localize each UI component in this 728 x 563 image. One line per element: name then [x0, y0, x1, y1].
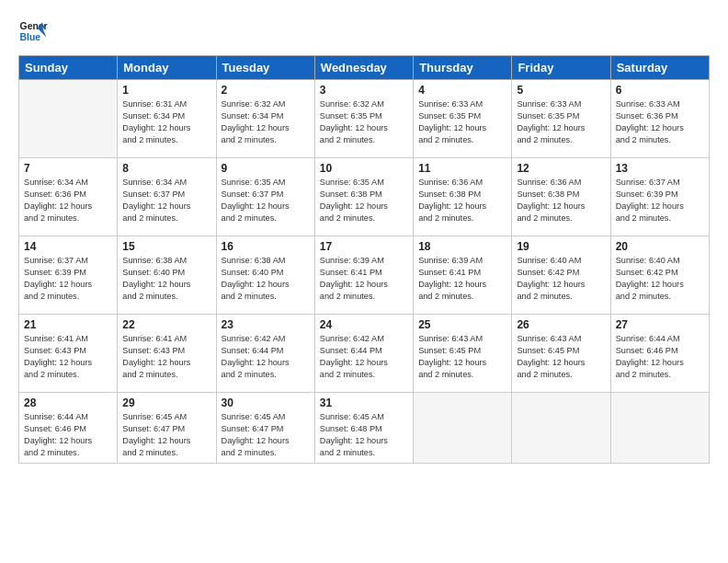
cell-info: Sunrise: 6:42 AMSunset: 6:44 PMDaylight:…: [320, 334, 388, 379]
day-number: 9: [222, 162, 310, 175]
day-number: 3: [320, 84, 408, 97]
calendar-cell: 10 Sunrise: 6:35 AMSunset: 6:38 PMDaylig…: [314, 158, 413, 236]
day-number: 12: [517, 162, 605, 175]
cell-info: Sunrise: 6:36 AMSunset: 6:38 PMDaylight:…: [517, 178, 585, 223]
cell-info: Sunrise: 6:37 AMSunset: 6:39 PMDaylight:…: [616, 178, 684, 223]
calendar-cell: 2 Sunrise: 6:32 AMSunset: 6:34 PMDayligh…: [216, 80, 314, 158]
calendar-cell: 23 Sunrise: 6:42 AMSunset: 6:44 PMDaylig…: [216, 315, 314, 393]
cell-info: Sunrise: 6:33 AMSunset: 6:35 PMDaylight:…: [517, 99, 585, 144]
cell-info: Sunrise: 6:32 AMSunset: 6:35 PMDaylight:…: [320, 99, 388, 144]
cell-info: Sunrise: 6:40 AMSunset: 6:42 PMDaylight:…: [517, 256, 585, 301]
logo-icon: General Blue: [18, 17, 48, 46]
cell-info: Sunrise: 6:42 AMSunset: 6:44 PMDaylight:…: [222, 334, 290, 379]
calendar-header-saturday: Saturday: [610, 56, 709, 80]
calendar-week-row: 21 Sunrise: 6:41 AMSunset: 6:43 PMDaylig…: [19, 315, 710, 393]
calendar-week-row: 14 Sunrise: 6:37 AMSunset: 6:39 PMDaylig…: [19, 236, 710, 315]
day-number: 23: [222, 318, 310, 331]
cell-info: Sunrise: 6:35 AMSunset: 6:38 PMDaylight:…: [320, 178, 388, 223]
cell-info: Sunrise: 6:39 AMSunset: 6:41 PMDaylight:…: [418, 256, 486, 301]
calendar-header-friday: Friday: [512, 56, 610, 80]
day-number: 11: [418, 162, 506, 175]
header: General Blue: [18, 17, 710, 46]
day-number: 18: [418, 240, 506, 253]
calendar-cell: 19 Sunrise: 6:40 AMSunset: 6:42 PMDaylig…: [512, 236, 610, 315]
cell-info: Sunrise: 6:41 AMSunset: 6:43 PMDaylight:…: [122, 334, 190, 379]
calendar-cell: 8 Sunrise: 6:34 AMSunset: 6:37 PMDayligh…: [118, 158, 216, 236]
calendar-page: General Blue SundayMondayTuesdayWednesda…: [0, 0, 728, 563]
calendar-cell: 29 Sunrise: 6:45 AMSunset: 6:47 PMDaylig…: [118, 393, 216, 464]
cell-info: Sunrise: 6:32 AMSunset: 6:34 PMDaylight:…: [222, 99, 290, 144]
calendar-table: SundayMondayTuesdayWednesdayThursdayFrid…: [18, 55, 710, 464]
logo: General Blue: [18, 17, 48, 46]
calendar-header-tuesday: Tuesday: [216, 56, 314, 80]
cell-info: Sunrise: 6:38 AMSunset: 6:40 PMDaylight:…: [222, 256, 290, 301]
calendar-week-row: 7 Sunrise: 6:34 AMSunset: 6:36 PMDayligh…: [19, 158, 710, 236]
calendar-cell: 5 Sunrise: 6:33 AMSunset: 6:35 PMDayligh…: [512, 80, 610, 158]
day-number: 25: [418, 318, 506, 331]
calendar-cell: 4 Sunrise: 6:33 AMSunset: 6:35 PMDayligh…: [414, 80, 512, 158]
cell-info: Sunrise: 6:44 AMSunset: 6:46 PMDaylight:…: [24, 412, 92, 457]
calendar-cell: 13 Sunrise: 6:37 AMSunset: 6:39 PMDaylig…: [610, 158, 709, 236]
svg-text:Blue: Blue: [20, 32, 41, 42]
day-number: 27: [616, 318, 704, 331]
cell-info: Sunrise: 6:43 AMSunset: 6:45 PMDaylight:…: [418, 334, 486, 379]
calendar-cell: 6 Sunrise: 6:33 AMSunset: 6:36 PMDayligh…: [610, 80, 709, 158]
calendar-cell: 22 Sunrise: 6:41 AMSunset: 6:43 PMDaylig…: [118, 315, 216, 393]
day-number: 17: [320, 240, 408, 253]
cell-info: Sunrise: 6:31 AMSunset: 6:34 PMDaylight:…: [122, 99, 190, 144]
day-number: 29: [122, 396, 210, 409]
calendar-cell: [414, 393, 512, 464]
day-number: 24: [320, 318, 408, 331]
cell-info: Sunrise: 6:45 AMSunset: 6:47 PMDaylight:…: [122, 412, 190, 457]
calendar-cell: 20 Sunrise: 6:40 AMSunset: 6:42 PMDaylig…: [610, 236, 709, 315]
day-number: 4: [418, 84, 506, 97]
calendar-cell: 27 Sunrise: 6:44 AMSunset: 6:46 PMDaylig…: [610, 315, 709, 393]
cell-info: Sunrise: 6:33 AMSunset: 6:36 PMDaylight:…: [616, 99, 684, 144]
day-number: 15: [122, 240, 210, 253]
cell-info: Sunrise: 6:39 AMSunset: 6:41 PMDaylight:…: [320, 256, 388, 301]
calendar-cell: [610, 393, 709, 464]
calendar-cell: 28 Sunrise: 6:44 AMSunset: 6:46 PMDaylig…: [19, 393, 118, 464]
cell-info: Sunrise: 6:41 AMSunset: 6:43 PMDaylight:…: [24, 334, 92, 379]
day-number: 31: [320, 396, 408, 409]
calendar-cell: 15 Sunrise: 6:38 AMSunset: 6:40 PMDaylig…: [118, 236, 216, 315]
calendar-week-row: 1 Sunrise: 6:31 AMSunset: 6:34 PMDayligh…: [19, 80, 710, 158]
day-number: 28: [24, 396, 112, 409]
calendar-cell: 24 Sunrise: 6:42 AMSunset: 6:44 PMDaylig…: [314, 315, 413, 393]
calendar-header-monday: Monday: [118, 56, 216, 80]
day-number: 1: [122, 84, 210, 97]
calendar-header-sunday: Sunday: [19, 56, 118, 80]
day-number: 7: [24, 162, 112, 175]
day-number: 20: [616, 240, 704, 253]
calendar-cell: 17 Sunrise: 6:39 AMSunset: 6:41 PMDaylig…: [314, 236, 413, 315]
calendar-header-row: SundayMondayTuesdayWednesdayThursdayFrid…: [19, 56, 710, 80]
calendar-cell: 7 Sunrise: 6:34 AMSunset: 6:36 PMDayligh…: [19, 158, 118, 236]
calendar-week-row: 28 Sunrise: 6:44 AMSunset: 6:46 PMDaylig…: [19, 393, 710, 464]
calendar-cell: 18 Sunrise: 6:39 AMSunset: 6:41 PMDaylig…: [414, 236, 512, 315]
day-number: 6: [616, 84, 704, 97]
cell-info: Sunrise: 6:37 AMSunset: 6:39 PMDaylight:…: [24, 256, 92, 301]
cell-info: Sunrise: 6:40 AMSunset: 6:42 PMDaylight:…: [616, 256, 684, 301]
day-number: 16: [222, 240, 310, 253]
calendar-cell: 11 Sunrise: 6:36 AMSunset: 6:38 PMDaylig…: [414, 158, 512, 236]
calendar-cell: 21 Sunrise: 6:41 AMSunset: 6:43 PMDaylig…: [19, 315, 118, 393]
day-number: 21: [24, 318, 112, 331]
calendar-cell: [19, 80, 118, 158]
day-number: 30: [222, 396, 310, 409]
cell-info: Sunrise: 6:45 AMSunset: 6:47 PMDaylight:…: [222, 412, 290, 457]
calendar-header-wednesday: Wednesday: [314, 56, 413, 80]
day-number: 8: [122, 162, 210, 175]
cell-info: Sunrise: 6:34 AMSunset: 6:37 PMDaylight:…: [122, 178, 190, 223]
day-number: 5: [517, 84, 605, 97]
cell-info: Sunrise: 6:36 AMSunset: 6:38 PMDaylight:…: [418, 178, 486, 223]
calendar-cell: 1 Sunrise: 6:31 AMSunset: 6:34 PMDayligh…: [118, 80, 216, 158]
calendar-cell: 16 Sunrise: 6:38 AMSunset: 6:40 PMDaylig…: [216, 236, 314, 315]
day-number: 2: [222, 84, 310, 97]
cell-info: Sunrise: 6:44 AMSunset: 6:46 PMDaylight:…: [616, 334, 684, 379]
cell-info: Sunrise: 6:43 AMSunset: 6:45 PMDaylight:…: [517, 334, 585, 379]
cell-info: Sunrise: 6:38 AMSunset: 6:40 PMDaylight:…: [122, 256, 190, 301]
calendar-cell: [512, 393, 610, 464]
calendar-cell: 3 Sunrise: 6:32 AMSunset: 6:35 PMDayligh…: [314, 80, 413, 158]
calendar-cell: 31 Sunrise: 6:45 AMSunset: 6:48 PMDaylig…: [314, 393, 413, 464]
calendar-cell: 30 Sunrise: 6:45 AMSunset: 6:47 PMDaylig…: [216, 393, 314, 464]
